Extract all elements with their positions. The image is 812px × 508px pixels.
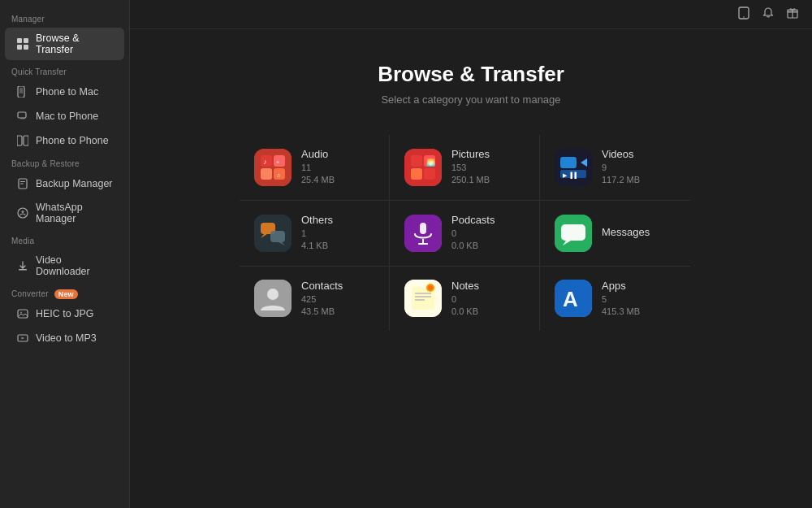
- svg-rect-38: [560, 157, 577, 168]
- sidebar-item-label: Mac to Phone: [36, 111, 98, 122]
- svg-rect-48: [420, 223, 426, 234]
- sidebar-item-label: Backup Manager: [36, 178, 113, 189]
- grid-cell-podcasts[interactable]: Podcasts 0 0.0 KB: [390, 201, 540, 267]
- svg-text:🌅: 🌅: [426, 158, 436, 167]
- messages-name: Messages: [602, 226, 650, 238]
- videos-name: Videos: [602, 148, 640, 160]
- new-badge: New: [54, 289, 78, 299]
- gift-icon[interactable]: [786, 7, 799, 22]
- sidebar-section-media: Media: [0, 230, 129, 249]
- svg-rect-2: [17, 45, 22, 50]
- sidebar-item-browse-transfer[interactable]: Browse & Transfer: [5, 28, 124, 60]
- messages-info: Messages: [602, 226, 650, 240]
- audio-count: 11 25.4 MB: [301, 162, 335, 187]
- others-info: Others 1 4.1 KB: [301, 214, 333, 253]
- notes-info: Notes 0 0.0 KB: [451, 280, 479, 319]
- videos-icon: ▶ ▐▐: [555, 149, 592, 186]
- topbar: [130, 0, 812, 29]
- sidebar-item-label: Phone to Mac: [36, 86, 98, 98]
- others-count: 1 4.1 KB: [301, 228, 333, 253]
- podcasts-info: Podcasts 0 0.0 KB: [451, 214, 495, 253]
- contacts-info: Contacts 425 43.5 MB: [301, 280, 343, 319]
- backup-icon: [16, 177, 29, 190]
- phone-to-mac-icon: [16, 85, 29, 98]
- grid-cell-notes[interactable]: Notes 0 0.0 KB: [390, 267, 540, 332]
- grid-cell-apps[interactable]: A Apps 5 415.3 MB: [540, 267, 690, 332]
- podcasts-count: 0 0.0 KB: [451, 228, 495, 253]
- pictures-icon: 🌅: [404, 149, 442, 186]
- grid-cell-videos[interactable]: ▶ ▐▐ Videos 9 117.2 MB: [540, 135, 690, 201]
- svg-point-14: [22, 211, 24, 213]
- contacts-name: Contacts: [301, 280, 343, 292]
- main-content: Browse & Transfer Select a category you …: [130, 0, 812, 508]
- grid-cell-contacts[interactable]: Contacts 425 43.5 MB: [240, 267, 390, 332]
- grid-cell-others[interactable]: Others 1 4.1 KB: [240, 201, 390, 267]
- svg-rect-0: [17, 38, 22, 43]
- svg-rect-34: [411, 168, 422, 180]
- videos-count: 9 117.2 MB: [602, 162, 640, 187]
- category-grid: ♪ + ♫ Audio 11 25.4 MB: [240, 135, 702, 331]
- grid-cell-messages[interactable]: Messages: [540, 201, 690, 267]
- sidebar-item-label: HEIC to JPG: [36, 308, 94, 319]
- contacts-count: 425 43.5 MB: [301, 293, 343, 319]
- mac-to-phone-icon: [16, 110, 29, 123]
- phone-to-phone-icon: [16, 134, 29, 147]
- grid-cell-audio[interactable]: ♪ + ♫ Audio 11 25.4 MB: [240, 135, 390, 201]
- svg-point-17: [20, 312, 22, 314]
- apps-info: Apps 5 415.3 MB: [602, 280, 640, 319]
- sidebar-item-label: Browse & Transfer: [36, 33, 113, 55]
- download-icon: [16, 259, 29, 272]
- sidebar-item-label: Phone to Phone: [36, 135, 109, 146]
- sidebar: Manager Browse & Transfer Quick Transfer…: [0, 0, 130, 508]
- svg-rect-31: [404, 149, 442, 186]
- sidebar-section-manager: Manager: [0, 8, 129, 27]
- svg-rect-12: [20, 184, 24, 185]
- sidebar-item-label: Video to MP3: [36, 332, 97, 344]
- svg-rect-9: [24, 136, 28, 145]
- audio-info: Audio 11 25.4 MB: [301, 148, 335, 187]
- page-title: Browse & Transfer: [378, 62, 564, 87]
- sidebar-item-phone-to-mac[interactable]: Phone to Mac: [5, 80, 124, 103]
- podcasts-icon: [404, 215, 442, 252]
- sidebar-item-phone-to-phone[interactable]: Phone to Phone: [5, 129, 124, 152]
- pictures-name: Pictures: [451, 148, 490, 160]
- svg-rect-45: [270, 231, 285, 242]
- svg-rect-3: [24, 45, 28, 50]
- svg-rect-35: [424, 168, 435, 180]
- svg-rect-15: [19, 269, 27, 271]
- sidebar-section-converter: Converter New: [0, 283, 129, 302]
- svg-rect-7: [20, 118, 25, 119]
- bell-icon[interactable]: [762, 7, 775, 22]
- tablet-icon[interactable]: [737, 7, 750, 22]
- apps-count: 5 415.3 MB: [602, 293, 640, 319]
- whatsapp-icon: [16, 206, 29, 219]
- svg-rect-23: [254, 149, 292, 186]
- svg-point-55: [267, 289, 279, 300]
- notes-name: Notes: [451, 280, 479, 292]
- grid-cell-pictures[interactable]: 🌅 Pictures 153 250.1 MB: [390, 135, 540, 201]
- svg-text:♪: ♪: [263, 158, 267, 166]
- svg-rect-5: [19, 88, 23, 93]
- sidebar-item-mac-to-phone[interactable]: Mac to Phone: [5, 105, 124, 128]
- pictures-count: 153 250.1 MB: [451, 162, 490, 187]
- svg-point-20: [743, 16, 745, 18]
- sidebar-item-video-downloader[interactable]: Video Downloader: [5, 250, 124, 282]
- podcasts-name: Podcasts: [451, 214, 495, 226]
- sidebar-item-video-to-mp3[interactable]: Video to MP3: [5, 327, 124, 350]
- svg-text:♫: ♫: [276, 172, 280, 178]
- audio-icon: ♪ + ♫: [254, 149, 292, 186]
- sidebar-item-whatsapp-manager[interactable]: WhatsApp Manager: [5, 197, 124, 229]
- svg-rect-1: [24, 38, 28, 43]
- sidebar-item-backup-manager[interactable]: Backup Manager: [5, 172, 124, 195]
- notes-icon: [404, 280, 442, 317]
- sidebar-section-backup: Backup & Restore: [0, 153, 129, 172]
- notes-count: 0 0.0 KB: [451, 293, 479, 319]
- svg-rect-11: [20, 181, 25, 182]
- svg-rect-52: [561, 224, 585, 241]
- sidebar-item-label: WhatsApp Manager: [36, 202, 113, 224]
- apps-icon: A: [555, 280, 592, 317]
- heic-icon: [16, 307, 29, 320]
- svg-point-62: [428, 285, 433, 290]
- sidebar-item-heic-to-jpg[interactable]: HEIC to JPG: [5, 302, 124, 325]
- contacts-icon: [254, 280, 292, 317]
